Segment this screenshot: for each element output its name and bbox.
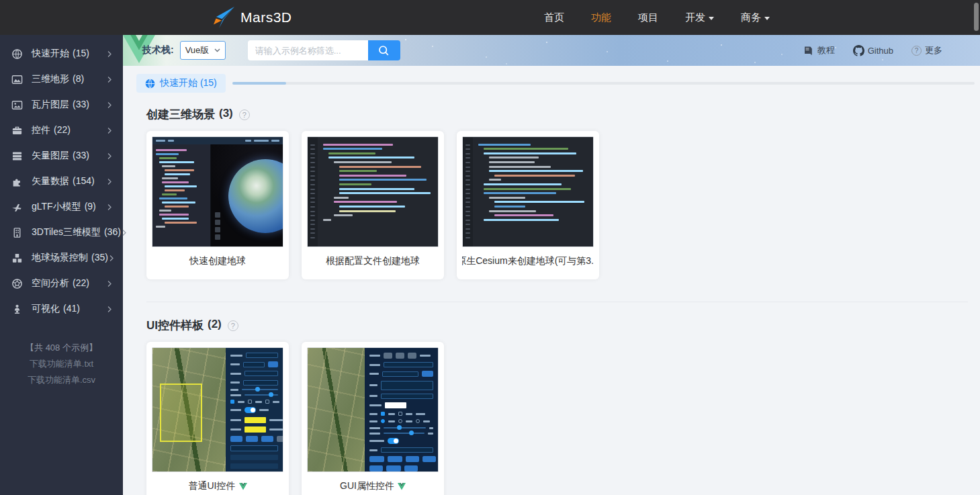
sidebar-item-vector-data[interactable]: 矢量数据(154) <box>0 169 123 194</box>
chevron-down-icon <box>709 17 714 20</box>
satellite-map-mock <box>152 348 226 471</box>
sidebar-item-label: 瓦片图层(33) <box>32 99 89 111</box>
tabs-scrollbar-thumb[interactable] <box>232 82 286 85</box>
sidebar-item-vector-layers[interactable]: 矢量图层(33) <box>0 143 123 169</box>
cards-row: 快速创建地球 <box>146 131 975 279</box>
tab-quick-start[interactable]: 快速开始 (15) <box>136 74 226 93</box>
sidebar-item-label: 可视化(41) <box>32 303 80 315</box>
download-txt-link[interactable]: 下载功能清单.txt <box>0 356 123 372</box>
card-title: 根据配置文件创建地球 <box>307 247 439 279</box>
sidebar-item-quick-start[interactable]: 快速开始(15) <box>0 41 123 66</box>
nav-item-business[interactable]: 商务 <box>741 11 770 24</box>
puzzle-icon <box>11 176 23 187</box>
card-thumbnail[interactable] <box>152 136 283 247</box>
tech-stack-select[interactable]: Vue版 <box>180 41 226 60</box>
card-thumbnail[interactable] <box>462 136 594 247</box>
chevron-down-icon <box>764 17 770 20</box>
tabs-scrollbar-track[interactable] <box>232 82 975 85</box>
example-card[interactable]: 根据配置文件创建地球 <box>302 131 444 279</box>
sidebar-item-spatial-analysis[interactable]: 空间分析(22) <box>0 271 123 296</box>
card-thumbnail[interactable] <box>152 347 283 472</box>
sidebar-item-controls[interactable]: 控件(22) <box>0 118 123 143</box>
space-background <box>211 144 283 246</box>
ui-panel-mock <box>226 348 283 471</box>
tutorial-link[interactable]: 教程 <box>803 44 835 56</box>
chevron-right-icon <box>106 101 113 109</box>
card-thumbnail[interactable] <box>307 136 439 247</box>
sidebar-item-label: 3DTiles三维模型(36) <box>32 226 121 238</box>
search-group <box>248 40 400 60</box>
nav-item-dev[interactable]: 开发 <box>685 11 714 24</box>
sidebar-item-3dtiles-models[interactable]: 3DTiles三维模型(36) <box>0 220 123 245</box>
search-input[interactable] <box>248 40 368 60</box>
chevron-right-icon <box>106 280 113 287</box>
sidebar-item-label: 矢量图层(33) <box>32 150 89 162</box>
github-link[interactable]: Github <box>853 45 893 56</box>
chevron-right-icon <box>106 306 113 313</box>
sidebar-item-visualization[interactable]: 可视化(41) <box>0 296 123 322</box>
building-icon <box>11 227 23 238</box>
layers-icon <box>11 150 23 162</box>
page-scrollbar-thumb[interactable] <box>974 3 979 31</box>
globe-icon <box>145 79 155 89</box>
question-icon: ? <box>911 46 922 56</box>
search-button[interactable] <box>368 40 400 60</box>
chevron-right-icon <box>106 204 113 211</box>
help-icon[interactable]: ? <box>228 320 238 331</box>
sidebar-item-label: 矢量数据(154) <box>32 175 95 187</box>
search-icon <box>378 45 390 56</box>
mars3d-logo-icon <box>211 6 235 29</box>
sidebar-item-scene-control[interactable]: 地球场景控制(35) <box>0 245 123 271</box>
sidebar-item-tile-layers[interactable]: 瓦片图层(33) <box>0 92 123 118</box>
code-editor-mock <box>308 137 438 246</box>
example-card[interactable]: 原生Cesium来创建地球(可与第3... <box>457 131 599 279</box>
earth-globe <box>228 159 283 233</box>
chevron-right-icon <box>106 50 113 58</box>
section-divider <box>146 302 968 302</box>
nav-item-home[interactable]: 首页 <box>544 11 564 24</box>
sidebar-item-terrain[interactable]: 三维地形(8) <box>0 66 123 92</box>
map-tool-buttons <box>215 212 220 240</box>
example-card[interactable]: 快速创建地球 <box>146 131 289 279</box>
example-card[interactable]: 普通UI控件 <box>146 342 289 495</box>
sidebar-item-label: 地球场景控制(35) <box>32 252 108 264</box>
help-icon[interactable]: ? <box>239 109 250 120</box>
filter-toolbar: 技术栈: Vue版 教程 Github ? 更多 <box>123 35 980 66</box>
nav-item-features[interactable]: 功能 <box>591 11 611 24</box>
download-csv-link[interactable]: 下载功能清单.csv <box>0 372 123 388</box>
terrain-icon <box>11 74 23 85</box>
sidebar-footer: 【共 408 个示例】 下载功能清单.txt 下载功能清单.csv <box>0 340 123 388</box>
sidebar-item-label: 空间分析(22) <box>32 277 89 289</box>
section-header: 创建三维场景(3) ? <box>146 107 975 122</box>
vue-badge-icon <box>398 483 406 490</box>
sidebar: 快速开始(15) 三维地形(8) 瓦片图层(33) 控件(22) 矢量图层(33… <box>0 35 123 495</box>
brand-title: Mars3D <box>240 9 292 26</box>
brand[interactable]: Mars3D <box>211 6 292 29</box>
constellation-dots <box>405 39 406 40</box>
highlight-rectangle <box>160 384 202 441</box>
main-content: 快速开始 (15) 创建三维场景(3) ? <box>123 66 980 495</box>
nav-item-projects[interactable]: 项目 <box>638 11 658 24</box>
sidebar-item-gltf-models[interactable]: gLTF小模型(9) <box>0 194 123 220</box>
sphere-icon <box>11 278 23 289</box>
sidebar-item-label: 三维地形(8) <box>32 73 84 85</box>
github-icon <box>853 45 864 56</box>
tech-stack-value: Vue版 <box>185 44 210 56</box>
chevron-right-icon <box>108 255 115 262</box>
card-thumbnail[interactable] <box>307 347 439 472</box>
cards-row: 普通UI控件 <box>146 342 975 495</box>
more-link[interactable]: ? 更多 <box>911 44 942 56</box>
chevron-down-icon <box>214 48 220 52</box>
top-navbar: Mars3D 首页 功能 项目 开发 商务 <box>0 0 980 35</box>
sidebar-item-label: 快速开始(15) <box>32 48 89 60</box>
gui-panel-mock <box>365 348 438 471</box>
sidebar-item-label: 控件(22) <box>32 124 71 136</box>
code-editor-mock <box>463 137 593 246</box>
globe-icon <box>11 48 23 60</box>
earth-scene-mock <box>152 137 283 246</box>
example-card[interactable]: GUI属性控件 <box>302 342 444 495</box>
toolbar-links: 教程 Github ? 更多 <box>803 44 942 56</box>
nav-menu: 首页 功能 项目 开发 商务 <box>544 0 770 35</box>
satellite-map-mock <box>308 348 365 471</box>
chevron-right-icon <box>121 229 128 236</box>
